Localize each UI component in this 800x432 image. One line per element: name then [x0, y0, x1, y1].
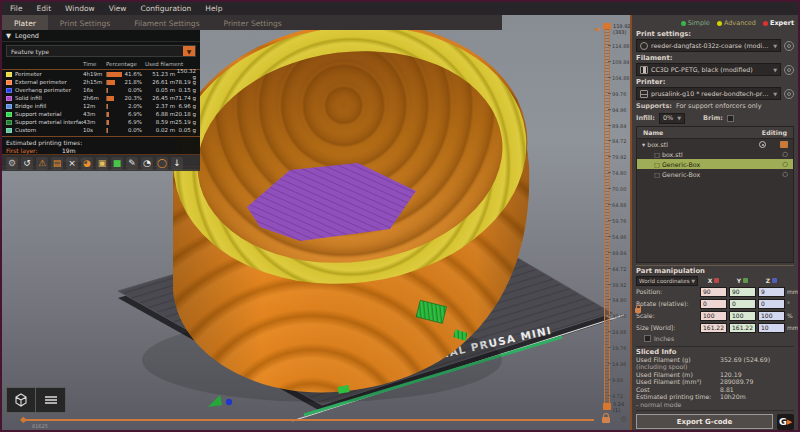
- support-paint-icon[interactable]: ■: [111, 157, 123, 170]
- sliced-info-row: Cost8.81: [636, 386, 794, 394]
- tab-plater[interactable]: Plater: [2, 15, 48, 30]
- editor-view-button[interactable]: [6, 387, 36, 413]
- seam-paint-icon[interactable]: ✎: [126, 157, 138, 170]
- printer-combo[interactable]: prusalink-g10 * reeder-bondtech-prusa-mi…: [636, 87, 781, 100]
- export-gcode-button[interactable]: Export G-code: [636, 414, 773, 429]
- menu-item-window[interactable]: Window: [65, 4, 95, 13]
- feature-length: 8.59 m: [145, 119, 175, 125]
- coordinates-dropdown[interactable]: World coordinates ▼: [636, 276, 698, 286]
- manipulation-row: Position:90909mm↺: [636, 286, 794, 298]
- sliced-info-label: Used Filament (g)(including spool): [636, 356, 720, 371]
- editing-printer-icon[interactable]: [780, 141, 788, 148]
- filter-icon[interactable]: ▼: [6, 32, 11, 40]
- menu-item-view[interactable]: View: [109, 4, 127, 13]
- menu-item-edit[interactable]: Edit: [37, 4, 52, 13]
- x-value-field[interactable]: 90: [700, 287, 727, 297]
- x-value-field[interactable]: 161.22: [700, 323, 727, 333]
- legend-row[interactable]: Bridge infill12m2.0%2.37 m6.96 g: [2, 102, 200, 110]
- feature-label: Solid infill: [15, 95, 83, 101]
- z-value-field[interactable]: 9: [758, 287, 785, 297]
- rotate-sphere-icon[interactable]: ◯: [156, 157, 168, 170]
- scale-lock-icon[interactable]: [635, 308, 641, 313]
- z-value-field[interactable]: 10: [758, 323, 785, 333]
- editing-settings-icon[interactable]: ○: [782, 170, 788, 178]
- object-row[interactable]: □Generic-Box○: [637, 159, 793, 169]
- layer-slider[interactable]: ◀ 119.92 (383) 114.88109.84104.8899.7694…: [598, 17, 630, 431]
- object-row[interactable]: ▾box.stl: [637, 139, 793, 149]
- part-manipulation-section: Part manipulation World coordinates ▼ X …: [636, 265, 794, 344]
- z-value-field[interactable]: 100: [758, 311, 785, 321]
- tab-printer-settings[interactable]: Printer Settings: [212, 15, 294, 30]
- eye-icon[interactable]: [759, 141, 766, 148]
- y-value-field[interactable]: 100: [729, 311, 756, 321]
- legend-row[interactable]: Solid infill2h6m20.3%26.45 m71.74 g: [2, 94, 200, 102]
- sliced-info-value: 120.19: [720, 371, 794, 379]
- print-settings-combo[interactable]: reeder-dangfast-032z-coarse (modified) ▼: [636, 39, 781, 52]
- slider-gear-icon[interactable]: ⚙: [620, 415, 627, 424]
- legend-row[interactable]: Custom10s0.0%0.02 m0.05 g: [2, 126, 200, 134]
- print-settings-gear[interactable]: [784, 41, 794, 51]
- mode-advanced[interactable]: Advanced: [717, 19, 756, 27]
- feature-color-swatch: [6, 72, 12, 77]
- infill-combo[interactable]: 0% ▼: [659, 113, 685, 124]
- mode-simple[interactable]: Simple: [681, 19, 710, 27]
- undo-icon[interactable]: ↺: [21, 157, 33, 170]
- lock-icon[interactable]: [602, 417, 610, 423]
- layer-slider-bottom-handle[interactable]: [603, 403, 611, 410]
- col-time: Time: [83, 61, 106, 67]
- cube-icon: □: [654, 151, 660, 158]
- copy-icon[interactable]: ▣: [96, 157, 108, 170]
- percentage-bar: [106, 104, 122, 109]
- layer-tick-label: 84.72: [612, 138, 626, 144]
- settings-icon[interactable]: ⚙: [6, 157, 18, 170]
- legend-row[interactable]: Overhang perimeter16s0.0%0.05 m0.15 g: [2, 86, 200, 94]
- inches-checkbox[interactable]: [644, 335, 651, 342]
- object-label: box.stl: [647, 141, 668, 148]
- manipulation-row: Scale:100100100%: [636, 310, 794, 322]
- menu-item-help[interactable]: Help: [205, 4, 222, 13]
- warning-icon[interactable]: ⚠: [36, 157, 48, 170]
- filament-combo[interactable]: CC3D PC-PETG, black (modified) ▼: [636, 63, 781, 76]
- dropdown-arrow-icon[interactable]: ▼: [183, 46, 195, 56]
- z-value-field[interactable]: 0: [758, 299, 785, 309]
- layer-tick-label: 70.00: [612, 186, 626, 192]
- object-row[interactable]: □Generic-Box○: [637, 169, 793, 179]
- editing-settings-icon[interactable]: ○: [782, 160, 788, 168]
- place-on-bed-icon[interactable]: ◔: [141, 157, 153, 170]
- printer-settings-gear[interactable]: [784, 89, 794, 99]
- preview-view-button[interactable]: [36, 387, 66, 413]
- tab-print-settings[interactable]: Print Settings: [48, 15, 122, 30]
- variable-layer-height-icon[interactable]: ▤: [51, 157, 63, 170]
- object-row[interactable]: □box.stl○: [637, 149, 793, 159]
- layer-tick-label: 79.92: [612, 154, 626, 160]
- legend-row[interactable]: Perimeter4h19m41.6%51.23 m150.32 g: [2, 70, 200, 78]
- mode-expert[interactable]: Expert: [763, 19, 794, 27]
- legend-row[interactable]: Support material43m6.9%6.88 m20.18 g: [2, 110, 200, 118]
- moves-slider[interactable]: ◆ 81625: [20, 415, 598, 429]
- view-type-dropdown[interactable]: Feature type ▼: [6, 45, 196, 57]
- editing-settings-icon[interactable]: ○: [782, 150, 788, 158]
- legend-row[interactable]: External perimeter2h15m21.8%26.61 m78.19…: [2, 78, 200, 86]
- tab-filament-settings[interactable]: Filament Settings: [122, 15, 211, 30]
- supports-value[interactable]: For support enforcers only: [676, 102, 762, 110]
- x-value-field[interactable]: 0: [700, 299, 727, 309]
- menu-item-configuration[interactable]: Configuration: [140, 4, 191, 13]
- feature-color-swatch: [6, 88, 12, 93]
- y-value-field[interactable]: 90: [729, 287, 756, 297]
- feature-color-swatch: [6, 120, 12, 125]
- y-value-field[interactable]: 161.22: [729, 323, 756, 333]
- brim-checkbox[interactable]: [727, 115, 734, 122]
- menu-item-file[interactable]: File: [10, 4, 23, 13]
- gcode-logo[interactable]: G▶: [777, 414, 794, 430]
- arrow-down-icon[interactable]: ↓: [171, 157, 183, 170]
- y-value-field[interactable]: 0: [729, 299, 756, 309]
- delete-all-icon[interactable]: ×: [66, 157, 78, 170]
- viewport-3d[interactable]: ORIGINAL PRUSA MINI: [2, 15, 630, 432]
- x-value-field[interactable]: 100: [700, 311, 727, 321]
- fill-color-icon[interactable]: ◕: [81, 157, 93, 170]
- expand-arrow-icon[interactable]: ▾: [642, 141, 645, 148]
- panel-splitter[interactable]: [630, 15, 632, 432]
- filament-settings-gear[interactable]: [784, 65, 794, 75]
- layer-tick-label: 49.84: [612, 250, 626, 256]
- legend-row[interactable]: Support material interface43m6.9%8.59 m2…: [2, 118, 200, 126]
